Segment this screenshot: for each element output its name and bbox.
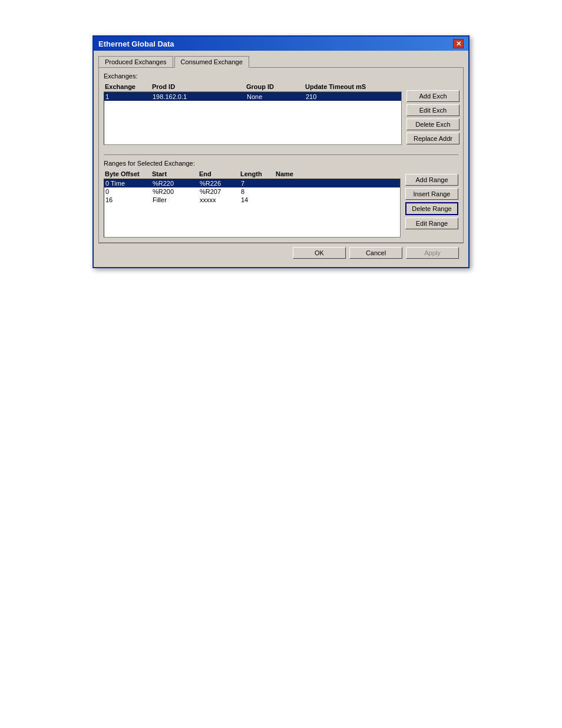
table-row[interactable]: 0 Time %R220 %R226 7 — [104, 179, 400, 187]
range-cell-name — [276, 188, 347, 195]
range-col-offset: Byte Offset — [105, 170, 152, 177]
ranges-label: Ranges for Selected Exchange: — [104, 160, 401, 167]
exchanges-label: Exchanges: — [104, 73, 402, 80]
range-table-header: Byte Offset Start End Length Name — [104, 169, 401, 179]
col-group-id: Group ID — [246, 83, 305, 90]
range-col-name: Name — [276, 170, 346, 177]
tab-consumed-exchange[interactable]: Consumed Exchange — [174, 56, 249, 68]
bottom-bar: OK Cancel Apply — [98, 243, 464, 262]
dialog-title: Ethernet Global Data — [98, 39, 174, 48]
ethernet-global-data-dialog: Ethernet Global Data ✕ Produced Exchange… — [92, 35, 470, 268]
cell-exchange: 1 — [105, 93, 153, 100]
range-cell-end: %R226 — [200, 180, 241, 187]
cell-timeout: 210 — [306, 93, 400, 100]
dialog-body: Produced Exchanges Consumed Exchange Exc… — [94, 51, 468, 267]
ranges-left: Ranges for Selected Exchange: Byte Offse… — [104, 160, 401, 238]
content-area: Exchanges: Exchange Prod ID Group ID Upd… — [98, 67, 464, 243]
add-range-button[interactable]: Add Range — [405, 174, 458, 186]
range-cell-name — [276, 196, 347, 203]
range-col-end: End — [199, 170, 240, 177]
cancel-button[interactable]: Cancel — [349, 247, 402, 259]
exchange-table-header: Exchange Prod ID Group ID Update Timeout… — [104, 82, 402, 92]
exchange-table[interactable]: 1 198.162.0.1 None 210 — [104, 92, 402, 145]
exchanges-layout: Exchanges: Exchange Prod ID Group ID Upd… — [104, 73, 458, 150]
range-cell-start: %R220 — [153, 180, 200, 187]
range-cell-name — [276, 180, 347, 187]
replace-addr-button[interactable]: Replace Addr — [406, 133, 459, 144]
table-row[interactable]: 16 Filler xxxxx 14 — [104, 196, 400, 204]
apply-button[interactable]: Apply — [406, 247, 459, 259]
table-row[interactable]: 0 %R200 %R207 8 — [104, 187, 400, 196]
ranges-layout: Ranges for Selected Exchange: Byte Offse… — [104, 160, 458, 238]
range-cell-end: %R207 — [200, 188, 241, 195]
ok-button[interactable]: OK — [293, 247, 346, 259]
insert-range-button[interactable]: Insert Range — [405, 188, 458, 200]
table-row[interactable]: 1 198.162.0.1 None 210 — [104, 93, 401, 101]
cell-prod-id: 198.162.0.1 — [153, 93, 247, 100]
exchanges-left: Exchanges: Exchange Prod ID Group ID Upd… — [104, 73, 402, 150]
edit-exch-button[interactable]: Edit Exch — [406, 104, 459, 116]
tab-produced-exchanges[interactable]: Produced Exchanges — [98, 56, 173, 68]
range-table[interactable]: 0 Time %R220 %R226 7 0 %R200 %R207 8 — [104, 179, 401, 238]
col-timeout: Update Timeout mS — [305, 83, 399, 90]
close-button[interactable]: ✕ — [453, 39, 464, 48]
range-cell-offset: 16 — [105, 196, 153, 203]
range-cell-end: xxxxx — [200, 196, 241, 203]
range-cell-offset: 0 — [105, 188, 153, 195]
col-exchange: Exchange — [105, 83, 152, 90]
range-buttons-container: Add Range Insert Range Delete Range Edit… — [405, 160, 458, 238]
divider — [104, 154, 458, 155]
exchange-buttons-container: Add Exch Edit Exch Delete Exch Replace A… — [406, 73, 459, 150]
edit-range-button[interactable]: Edit Range — [405, 218, 458, 229]
range-cell-start: %R200 — [153, 188, 200, 195]
delete-exch-button[interactable]: Delete Exch — [406, 118, 459, 130]
title-bar: Ethernet Global Data ✕ — [94, 37, 468, 51]
cell-group-id: None — [247, 93, 306, 100]
col-prod-id: Prod ID — [152, 83, 246, 90]
range-cell-offset: 0 Time — [105, 180, 153, 187]
delete-range-button[interactable]: Delete Range — [405, 202, 458, 215]
range-cell-length: 7 — [241, 180, 276, 187]
range-cell-start: Filler — [153, 196, 200, 203]
tabs-container: Produced Exchanges Consumed Exchange — [98, 55, 464, 67]
range-col-length: Length — [240, 170, 276, 177]
range-col-start: Start — [152, 170, 199, 177]
add-exch-button[interactable]: Add Exch — [406, 90, 459, 102]
range-cell-length: 14 — [241, 196, 276, 203]
range-cell-length: 8 — [241, 188, 276, 195]
